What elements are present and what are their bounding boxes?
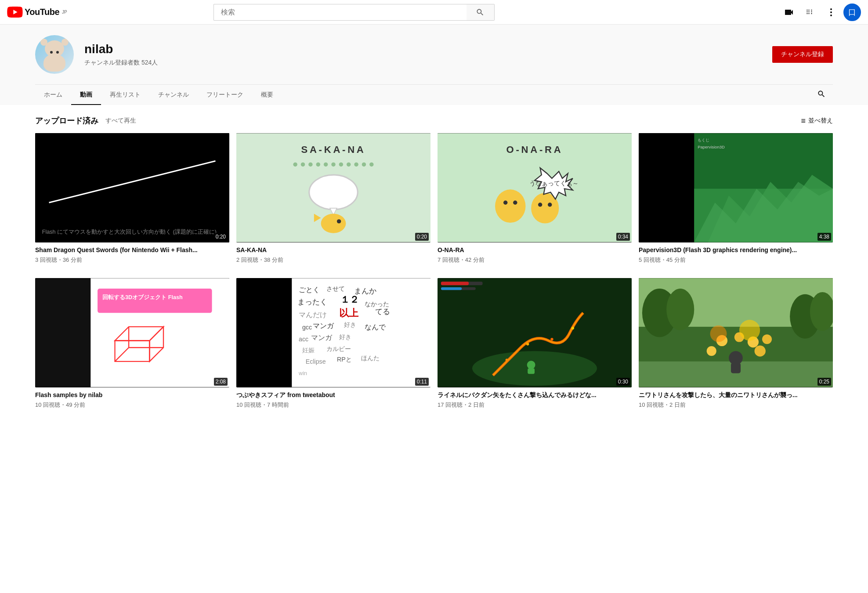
video-meta-4: 5 回視聴・45 分前: [639, 256, 833, 264]
channel-name: nilab: [84, 42, 762, 56]
channel-details: nilab チャンネル登録者数 524人: [84, 42, 762, 67]
video-title-5: Flash samples by nilab: [35, 391, 229, 400]
svg-point-28: [503, 201, 507, 205]
svg-point-17: [354, 163, 358, 166]
video-info-2: SA-KA-NA 2 回視聴・38 分前: [236, 242, 430, 264]
video-meta-3: 7 回視聴・42 分前: [438, 256, 632, 264]
svg-text:ほんた: ほんた: [361, 354, 380, 362]
video-title-7: ライネルにバクダン矢をたくさん撃ち込んでみるけどな...: [438, 391, 632, 400]
nav-videos[interactable]: 動画: [71, 85, 101, 105]
video-card-6[interactable]: ごとく させて まんか まったく １２ なかった マんだけ 以上 てる gcc …: [236, 278, 430, 409]
video-card-3[interactable]: O-NA-RA うなぁってくぁ～ 0:34 O-NA-RA: [438, 133, 632, 264]
svg-point-98: [762, 334, 772, 344]
svg-text:SA-KA-NA: SA-KA-NA: [301, 144, 365, 155]
video-meta-7: 17 回視聴・2 日前: [438, 401, 632, 409]
nav-channels[interactable]: チャンネル: [149, 85, 198, 105]
channel-subscribers: チャンネル登録者数 524人: [84, 59, 762, 67]
subscribe-button[interactable]: チャンネル登録: [772, 46, 833, 63]
svg-point-79: [506, 359, 508, 362]
sort-icon: ≡: [801, 116, 806, 126]
search-button[interactable]: [467, 4, 495, 21]
user-avatar-button[interactable]: 口: [843, 4, 861, 21]
video-card-2[interactable]: SA-KA-NA: [236, 133, 430, 264]
svg-text:もくじ: もくじ: [698, 137, 709, 142]
svg-text:win: win: [298, 371, 307, 377]
svg-point-18: [362, 163, 366, 166]
svg-text:Papervision3D: Papervision3D: [698, 145, 725, 149]
apps-button[interactable]: [801, 4, 819, 21]
create-video-button[interactable]: [780, 4, 798, 21]
svg-text:Eclipse: Eclipse: [306, 358, 326, 365]
duration-badge-8: 0:25: [817, 378, 831, 386]
video-thumbnail-5: 回転する3Dオブジェクト Flash 2: [35, 278, 229, 387]
play-all-link[interactable]: すべて再生: [105, 117, 136, 125]
svg-point-32: [548, 202, 552, 206]
nav-playlists[interactable]: 再生リスト: [101, 85, 149, 105]
svg-rect-86: [441, 287, 462, 290]
video-card-7[interactable]: 0:30 ライネルにバクダン矢をたくさん撃ち込んでみるけどな... 17 回視聴…: [438, 278, 632, 409]
svg-point-3: [830, 14, 832, 16]
video-meta-6: 10 回視聴・7 時間前: [236, 401, 430, 409]
svg-text:まったく: まったく: [297, 298, 327, 307]
duration-badge-6: 0:11: [415, 378, 429, 386]
search-input[interactable]: [213, 4, 467, 21]
video-thumbnail-2: SA-KA-NA: [236, 133, 430, 242]
nav-home[interactable]: ホーム: [35, 85, 71, 105]
svg-point-10: [301, 163, 305, 166]
svg-rect-35: [639, 133, 694, 242]
video-thumbnail-8: 0:25: [639, 278, 833, 387]
video-thumbnail-7: 0:30: [438, 278, 632, 387]
video-grid-row1: Flashにてマウスを動かと大次回しい方向が動く (課題的に正確に) Flash…: [35, 133, 833, 264]
svg-text:好き: 好き: [339, 334, 351, 341]
channel-search-icon[interactable]: [810, 85, 833, 105]
svg-rect-45: [98, 289, 212, 313]
svg-text:なんで: なんで: [365, 323, 386, 331]
svg-point-104: [739, 320, 760, 340]
svg-point-1: [830, 8, 832, 10]
video-info-1: Sham Dragon Quest Swords (for Nintendo W…: [35, 242, 229, 264]
svg-point-27: [495, 189, 525, 223]
video-title-2: SA-KA-NA: [236, 246, 430, 255]
svg-point-87: [527, 361, 535, 369]
video-title-1: Sham Dragon Quest Swords (for Nintendo W…: [35, 246, 229, 255]
video-card-8[interactable]: 0:25 ニワトリさんを攻撃したら、大量のニワトリさんが襲っ... 10 回視聴…: [639, 278, 833, 409]
svg-rect-4: [35, 133, 229, 242]
nav-about[interactable]: 概要: [252, 85, 282, 105]
video-thumbnail-6: ごとく させて まんか まったく １２ なかった マんだけ 以上 てる gcc …: [236, 278, 430, 387]
video-thumbnail-1: Flashにてマウスを動かと大次回しい方向が動く (課題的に正確に) Flash…: [35, 133, 229, 242]
duration-badge-1: 0:20: [214, 233, 228, 241]
svg-text:てる: てる: [375, 307, 390, 316]
video-card-1[interactable]: Flashにてマウスを動かと大次回しい方向が動く (課題的に正確に) Flash…: [35, 133, 229, 264]
duration-badge-5: 2:08: [214, 378, 228, 386]
nav-freetalk[interactable]: フリートーク: [198, 85, 252, 105]
video-info-5: Flash samples by nilab 10 回視聴・49 分前: [35, 387, 229, 409]
video-card-4[interactable]: もくじ Papervision3D 4:38 Papervision3D (Fl…: [639, 133, 833, 264]
video-info-6: つぶやきスフィア from tweetabout 10 回視聴・7 時間前: [236, 387, 430, 409]
svg-point-100: [755, 346, 766, 357]
svg-rect-53: [236, 278, 292, 387]
section-header: アップロード済み すべて再生 ≡ 並べ替え: [35, 116, 833, 126]
video-thumbnail-3: O-NA-RA うなぁってくぁ～ 0:34: [438, 133, 632, 242]
sort-button[interactable]: ≡ 並べ替え: [801, 116, 833, 126]
main-content: アップロード済み すべて再生 ≡ 並べ替え Flashにてマウスを動かと大次回し…: [0, 105, 868, 434]
svg-point-11: [308, 163, 312, 166]
video-info-7: ライネルにバクダン矢をたくさん撃ち込んでみるけどな... 17 回視聴・2 日前: [438, 387, 632, 409]
video-camera-icon: [784, 7, 794, 18]
youtube-logo[interactable]: YouTube JP: [7, 7, 67, 18]
duration-badge-3: 0:34: [616, 233, 630, 241]
section-title: アップロード済み: [35, 116, 98, 126]
section-title-group: アップロード済み すべて再生: [35, 116, 136, 126]
svg-point-102: [729, 351, 743, 365]
svg-text:妊娠: 妊娠: [302, 347, 315, 354]
svg-text:好き: 好き: [344, 321, 356, 328]
video-thumbnail-4: もくじ Papervision3D 4:38: [639, 133, 833, 242]
svg-rect-43: [35, 278, 90, 387]
video-meta-5: 10 回視聴・49 分前: [35, 401, 229, 409]
svg-point-16: [347, 163, 351, 166]
channel-info: nilab チャンネル登録者数 524人 チャンネル登録: [35, 35, 833, 84]
video-card-5[interactable]: 回転する3Dオブジェクト Flash 2: [35, 278, 229, 409]
channel-header: nilab チャンネル登録者数 524人 チャンネル登録 ホーム 動画 再生リス…: [0, 25, 868, 105]
more-options-button[interactable]: [822, 4, 840, 21]
svg-point-29: [513, 201, 517, 205]
search-icon: [476, 8, 485, 17]
